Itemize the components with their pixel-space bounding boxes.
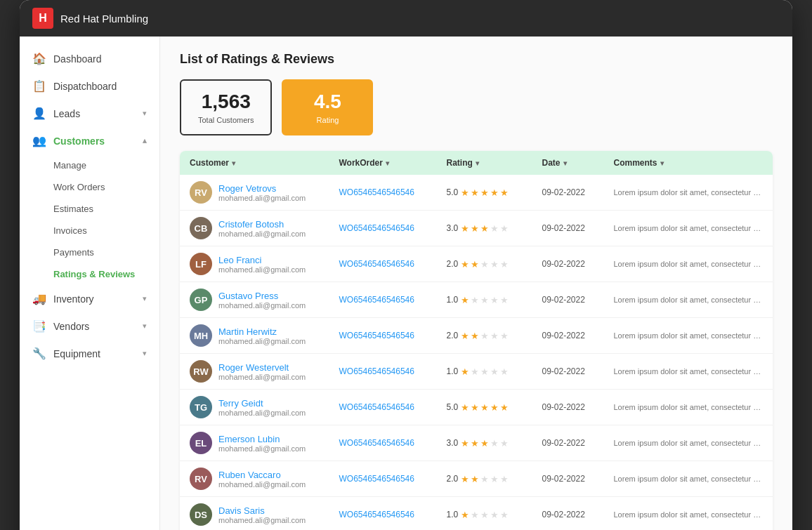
star-3-5: ★	[500, 295, 509, 305]
star-8-2: ★	[471, 474, 479, 484]
customer-info: Terry Geidt mohamed.ali@gmail.com	[218, 398, 306, 417]
sidebar-item-equipment[interactable]: 🔧 Equipment ▾	[20, 340, 159, 367]
rating-cell: 3.0 ★★★★★	[447, 223, 542, 234]
submenu-manage[interactable]: Manage	[53, 154, 159, 176]
sidebar: 🏠 Dashboard 📋 Dispatchboard 👤 Leads ▾ 👥 …	[20, 37, 160, 530]
submenu-work-orders[interactable]: Work Orders	[53, 176, 159, 198]
customer-name[interactable]: Gustavo Press	[218, 291, 306, 301]
sidebar-item-inventory[interactable]: 🚚 Inventory ▾	[20, 285, 159, 312]
filter-icon-rating[interactable]: ▾	[476, 159, 479, 167]
customer-name[interactable]: Martin Herwitz	[218, 326, 306, 337]
leads-icon: 👤	[32, 107, 46, 120]
submenu-ratings[interactable]: Ratings & Reviews	[53, 263, 159, 285]
date-cell: 09-02-2022	[542, 223, 614, 233]
star-4-5: ★	[500, 331, 509, 341]
customer-email: mohamed.ali@gmail.com	[218, 301, 306, 310]
work-order-link[interactable]: WO6546546546546	[339, 223, 447, 233]
star-3-1: ★	[461, 295, 469, 305]
comment-cell: Lorem ipsum dolor sit amet, consectetur …	[614, 331, 764, 340]
work-order-link[interactable]: WO6546546546546	[339, 295, 447, 305]
work-order-link[interactable]: WO6546546546546	[339, 474, 447, 484]
filter-icon-comments[interactable]: ▾	[660, 159, 664, 167]
date-cell: 09-02-2022	[542, 331, 614, 340]
sidebar-label-vendors: Vendors	[53, 321, 89, 332]
sidebar-item-leads[interactable]: 👤 Leads ▾	[20, 100, 159, 127]
work-order-link[interactable]: WO6546546546546	[339, 510, 447, 519]
date-cell: 09-02-2022	[542, 187, 614, 197]
table-row: RV Ruben Vaccaro mohamed.ali@gmail.com W…	[180, 461, 773, 497]
sidebar-label-dispatchboard: Dispatchboard	[53, 81, 117, 92]
table-row: RW Roger Westervelt mohamed.ali@gmail.co…	[180, 354, 773, 390]
comment-cell: Lorem ipsum dolor sit amet, consectetur …	[614, 224, 764, 232]
work-order-link[interactable]: WO6546546546546	[339, 331, 447, 340]
stars: ★★★★★	[461, 438, 509, 449]
star-7-3: ★	[480, 438, 489, 449]
star-7-1: ★	[461, 438, 469, 449]
customer-name[interactable]: Roger Westervelt	[218, 362, 306, 373]
star-0-1: ★	[461, 187, 469, 198]
star-8-1: ★	[461, 474, 469, 484]
submenu-payments[interactable]: Payments	[53, 241, 159, 263]
stars: ★★★★★	[461, 187, 509, 198]
rating-number: 3.0	[447, 223, 459, 233]
page-title: List of Ratings & Reviews	[180, 52, 773, 67]
avatar: RW	[190, 360, 212, 383]
star-8-5: ★	[500, 474, 509, 484]
sidebar-item-customers[interactable]: 👥 Customers ▴	[20, 127, 159, 154]
customer-cell: MH Martin Herwitz mohamed.ali@gmail.com	[190, 324, 339, 347]
customer-name[interactable]: Roger Vetrovs	[218, 183, 306, 194]
filter-icon-date[interactable]: ▾	[563, 159, 567, 167]
customer-name[interactable]: Ruben Vaccaro	[218, 470, 306, 480]
filter-icon-customer[interactable]: ▾	[232, 159, 235, 167]
star-5-5: ★	[500, 366, 509, 377]
date-cell: 09-02-2022	[542, 510, 614, 519]
submenu-invoices[interactable]: Invoices	[53, 220, 159, 241]
customer-cell: CB Cristofer Botosh mohamed.ali@gmail.co…	[190, 217, 339, 239]
table-body: RV Roger Vetrovs mohamed.ali@gmail.com W…	[180, 175, 773, 530]
sidebar-item-dashboard[interactable]: 🏠 Dashboard	[20, 45, 159, 72]
customer-name[interactable]: Terry Geidt	[218, 398, 306, 409]
stars: ★★★★★	[461, 474, 509, 484]
submenu-estimates[interactable]: Estimates	[53, 198, 159, 220]
rating-value: 4.5	[300, 91, 355, 113]
work-order-link[interactable]: WO6546546546546	[339, 187, 447, 197]
dispatch-icon: 📋	[32, 79, 46, 93]
work-order-link[interactable]: WO6546546546546	[339, 259, 447, 269]
star-6-4: ★	[490, 402, 499, 413]
customer-name[interactable]: Emerson Lubin	[218, 434, 306, 444]
customer-name[interactable]: Leo Franci	[218, 255, 306, 265]
avatar: RV	[190, 181, 212, 204]
customers-icon: 👥	[32, 134, 46, 147]
main-content: 🏠 Dashboard 📋 Dispatchboard 👤 Leads ▾ 👥 …	[20, 37, 792, 530]
work-order-link[interactable]: WO6546546546546	[339, 366, 447, 376]
chevron-up-icon: ▴	[143, 136, 147, 145]
comment-cell: Lorem ipsum dolor sit amet, consectetur …	[614, 475, 764, 483]
filter-icon-workorder[interactable]: ▾	[386, 159, 389, 167]
total-customers-label: Total Customers	[198, 116, 254, 124]
avatar: DS	[190, 503, 212, 526]
star-7-5: ★	[500, 438, 509, 449]
customer-name[interactable]: Davis Saris	[218, 505, 306, 516]
table-row: CB Cristofer Botosh mohamed.ali@gmail.co…	[180, 211, 773, 246]
rating-cell: 1.0 ★★★★★	[447, 295, 542, 305]
avatar: LF	[190, 253, 212, 275]
work-order-link[interactable]: WO6546546546546	[339, 438, 447, 448]
col-comments: Comments ▾	[614, 158, 764, 168]
chevron-down-icon-eq: ▾	[143, 349, 147, 358]
star-0-5: ★	[500, 187, 509, 198]
comment-cell: Lorem ipsum dolor sit amet, consectetur …	[614, 188, 764, 197]
customer-name[interactable]: Cristofer Botosh	[218, 219, 306, 230]
col-workorder: WorkOrder ▾	[339, 158, 447, 168]
customer-email: mohamed.ali@gmail.com	[218, 409, 306, 417]
customer-cell: RV Roger Vetrovs mohamed.ali@gmail.com	[190, 181, 339, 204]
inventory-icon: 🚚	[32, 292, 46, 305]
customer-email: mohamed.ali@gmail.com	[218, 230, 306, 238]
star-1-1: ★	[461, 223, 469, 234]
sidebar-item-vendors[interactable]: 📑 Vendors ▾	[20, 312, 159, 340]
rating-cell: 5.0 ★★★★★	[447, 402, 542, 413]
sidebar-item-dispatchboard[interactable]: 📋 Dispatchboard	[20, 72, 159, 100]
star-0-2: ★	[471, 187, 479, 198]
date-cell: 09-02-2022	[542, 259, 614, 269]
app-window: H Red Hat Plumbling 🏠 Dashboard 📋 Dispat…	[20, 0, 792, 530]
work-order-link[interactable]: WO6546546546546	[339, 402, 447, 412]
